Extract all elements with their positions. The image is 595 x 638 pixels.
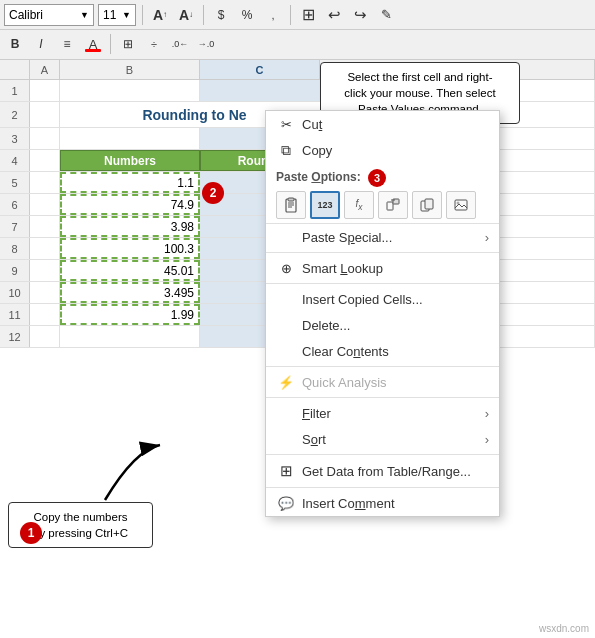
paste-options-section: Paste Options: 3 123 [266, 164, 499, 224]
col-header-c[interactable]: C [200, 60, 320, 79]
paste-picture-btn[interactable] [446, 191, 476, 219]
bold-btn[interactable]: B [4, 33, 26, 55]
paste-clipboard-btn[interactable] [276, 191, 306, 219]
comma-btn[interactable]: , [262, 4, 284, 26]
format-btn[interactable]: ÷ [143, 33, 165, 55]
undo-btn[interactable]: ↩ [323, 4, 345, 26]
context-menu-item-copy[interactable]: ⧉ Copy [266, 137, 499, 164]
font-size-box[interactable]: 11 ▼ [98, 4, 136, 26]
cell-b12[interactable] [60, 326, 200, 347]
get-data-label: Get Data from Table/Range... [302, 464, 471, 479]
context-menu-item-delete[interactable]: Delete... [266, 312, 499, 338]
font-name-dropdown-icon[interactable]: ▼ [80, 10, 89, 20]
badge-1-label: 1 [28, 526, 35, 540]
cell-a1[interactable] [30, 80, 60, 101]
paste-formula-btn[interactable]: fx [344, 191, 374, 219]
paste-special-label: Paste Special... [302, 230, 392, 245]
cell-b3[interactable] [60, 128, 200, 149]
row-header-5: 5 [0, 172, 30, 193]
cell-a2[interactable] [30, 102, 60, 127]
cell-b8[interactable]: 100.3 [60, 238, 200, 259]
increase-font-btn[interactable]: A↑ [149, 4, 171, 26]
italic-btn[interactable]: I [30, 33, 52, 55]
cell-b1[interactable] [60, 80, 200, 101]
cell-a10[interactable] [30, 282, 60, 303]
watermark: wsxdn.com [539, 623, 589, 634]
paste-options-label: Paste Options: 3 [276, 169, 489, 187]
paste-fx-label: fx [356, 198, 363, 212]
spreadsheet: Calibri ▼ 11 ▼ A↑ A↓ $ % , ⊞ ↩ ↪ ✎ B I ≡ [0, 0, 595, 638]
cell-a6[interactable] [30, 194, 60, 215]
context-menu-item-clear-contents[interactable]: Clear Contents [266, 338, 499, 364]
decrease-font-btn[interactable]: A↓ [175, 4, 197, 26]
context-menu-item-filter[interactable]: Filter › [266, 400, 499, 426]
highlight-btn[interactable]: ✎ [375, 4, 397, 26]
bubble2-line2: click your mouse. Then select [344, 87, 495, 99]
bubble1-line2: by pressing Ctrl+C [33, 527, 128, 539]
cell-a11[interactable] [30, 304, 60, 325]
cell-b6[interactable]: 74.9 [60, 194, 200, 215]
font-size-label: 11 [103, 8, 116, 22]
smart-lookup-icon: ⊕ [276, 261, 296, 276]
align-btn[interactable]: ≡ [56, 33, 78, 55]
row-header-2: 2 [0, 102, 30, 127]
ctx-separator-3 [266, 366, 499, 367]
paste-transpose-btn[interactable] [378, 191, 408, 219]
increase-decimal-btn[interactable]: →.0 [195, 33, 217, 55]
badge-3: 3 [368, 169, 386, 187]
percent-btn[interactable]: % [236, 4, 258, 26]
cell-a7[interactable] [30, 216, 60, 237]
context-menu: ✂ Cut ⧉ Copy Paste Options: 3 [265, 110, 500, 517]
paste-values-btn[interactable]: 123 [310, 191, 340, 219]
context-menu-item-paste-special[interactable]: Paste Special... › [266, 224, 499, 250]
cell-b11[interactable]: 1.99 [60, 304, 200, 325]
context-menu-item-insert-copied[interactable]: Insert Copied Cells... [266, 286, 499, 312]
fill-color-btn[interactable]: A [82, 33, 104, 55]
paste-link-icon [420, 198, 434, 212]
borders-btn[interactable]: ⊞ [117, 33, 139, 55]
toolbar-sep1 [142, 5, 143, 25]
svg-rect-9 [455, 200, 467, 210]
cell-b7[interactable]: 3.98 [60, 216, 200, 237]
cell-a9[interactable] [30, 260, 60, 281]
context-menu-item-insert-comment[interactable]: 💬 Insert Comment [266, 490, 499, 516]
clear-contents-label: Clear Contents [302, 344, 389, 359]
font-name-box[interactable]: Calibri ▼ [4, 4, 94, 26]
cell-b10[interactable]: 3.495 [60, 282, 200, 303]
decrease-decimal-btn[interactable]: .0← [169, 33, 191, 55]
merge-btn[interactable]: ⊞ [297, 4, 319, 26]
redo-btn[interactable]: ↪ [349, 4, 371, 26]
paste-link-btn[interactable] [412, 191, 442, 219]
filter-arrow: › [485, 406, 489, 421]
col-header-a[interactable]: A [30, 60, 60, 79]
cell-b5[interactable]: 1.1 [60, 172, 200, 193]
cell-b9[interactable]: 45.01 [60, 260, 200, 281]
cut-label: Cut [302, 117, 322, 132]
col-header-b[interactable]: B [60, 60, 200, 79]
cell-b4-header[interactable]: Numbers [60, 150, 200, 171]
get-data-icon: ⊞ [276, 462, 296, 480]
cell-c1[interactable] [200, 80, 320, 101]
context-menu-item-smart-lookup[interactable]: ⊕ Smart Lookup [266, 255, 499, 281]
currency-btn[interactable]: $ [210, 4, 232, 26]
bubble2-line1: Select the first cell and right- [347, 71, 492, 83]
row-header-11: 11 [0, 304, 30, 325]
cut-icon: ✂ [276, 117, 296, 132]
cell-a12[interactable] [30, 326, 60, 347]
filter-label: Filter [302, 406, 331, 421]
copy-label: Copy [302, 143, 332, 158]
bubble1-line1: Copy the numbers [34, 511, 128, 523]
insert-comment-label: Insert Comment [302, 496, 395, 511]
watermark-text: wsxdn.com [539, 623, 589, 634]
context-menu-item-get-data[interactable]: ⊞ Get Data from Table/Range... [266, 457, 499, 485]
context-menu-item-sort[interactable]: Sort › [266, 426, 499, 452]
cell-a5[interactable] [30, 172, 60, 193]
cell-a8[interactable] [30, 238, 60, 259]
cell-a3[interactable] [30, 128, 60, 149]
cell-a4[interactable] [30, 150, 60, 171]
context-menu-item-cut[interactable]: ✂ Cut [266, 111, 499, 137]
arrow-to-cells [95, 430, 175, 510]
sort-label: Sort [302, 432, 326, 447]
toolbar-sep4 [110, 34, 111, 54]
font-size-dropdown-icon[interactable]: ▼ [122, 10, 131, 20]
